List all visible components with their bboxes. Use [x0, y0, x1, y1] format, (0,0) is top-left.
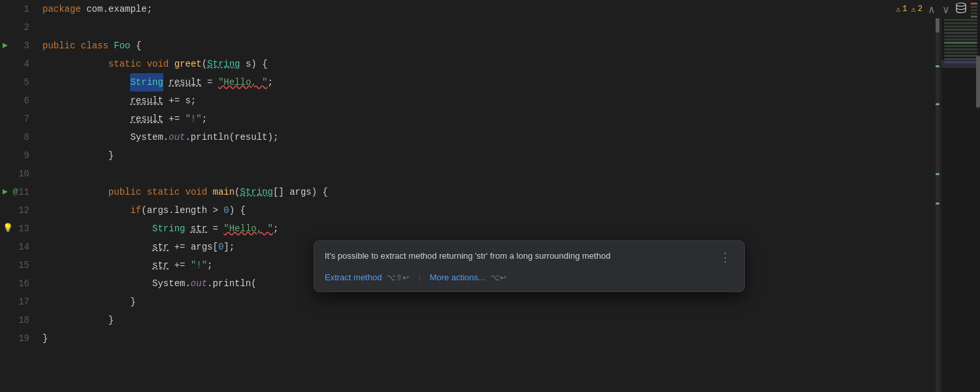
- line-num-12: 12: [0, 201, 36, 220]
- top-right-toolbar: ⚠ 1 ⚠ 2 ∧ ∨: [892, 0, 971, 18]
- code-line-13: String str = "Hello, ";: [42, 220, 932, 238]
- minimap-line: [944, 39, 977, 41]
- scrollbar-track: [936, 0, 939, 392]
- scroll-marker-3: [936, 173, 939, 175]
- code-line-18: }: [42, 311, 932, 329]
- line-num-11: ▶ @ 11: [0, 183, 36, 201]
- code-line-5: String result = "Hello, ";: [42, 73, 932, 91]
- minimap-scrollbar[interactable]: [976, 56, 980, 108]
- intention-popup-header: It's possible to extract method returnin…: [314, 241, 744, 271]
- line-num-9: 9: [0, 146, 36, 165]
- code-line-19: }: [42, 329, 932, 348]
- intention-popup: It's possible to extract method returnin…: [314, 240, 745, 292]
- line-num-14: 14: [0, 238, 36, 256]
- minimap-line: [944, 25, 977, 27]
- code-line-4: static void greet(String s) {: [42, 55, 932, 73]
- warning-icon-2: ⚠: [911, 5, 916, 14]
- action-separator: |: [417, 273, 421, 282]
- extract-method-action[interactable]: Extract method: [325, 272, 382, 282]
- extract-method-shortcut: ⌥⇧↩: [387, 273, 409, 282]
- minimap-line: [944, 19, 977, 21]
- line-num-10: 10: [0, 165, 36, 183]
- intention-message: It's possible to extract method returnin…: [325, 250, 711, 262]
- warning-count-2: 2: [918, 5, 923, 14]
- minimap-line: [944, 42, 977, 44]
- line-numbers: 1 2 ▶ 3 4 5 6 7 8: [0, 0, 36, 392]
- scrollbar[interactable]: [932, 0, 941, 392]
- code-line-11: public static void main(String[] args) {: [42, 183, 932, 201]
- bulb-icon[interactable]: 💡: [3, 220, 13, 238]
- code-area: 1 2 ▶ 3 4 5 6 7 8: [0, 0, 980, 392]
- warning-badge-1[interactable]: ⚠ 1: [896, 5, 907, 14]
- minimap-line: [944, 35, 977, 37]
- code-line-9: }: [42, 146, 932, 165]
- code-line-6: result += s;: [42, 91, 932, 110]
- svg-point-0: [956, 3, 966, 6]
- minimap-highlight: [941, 60, 980, 68]
- line-num-6: 6: [0, 91, 36, 110]
- minimap-line: [944, 45, 977, 47]
- line-num-5: 5: [0, 73, 36, 91]
- code-line-7: result += "!";: [42, 110, 932, 128]
- intention-more-button[interactable]: ⋮: [717, 250, 734, 265]
- line-num-15: 15: [0, 256, 36, 274]
- line-num-16: 16: [0, 274, 36, 293]
- run-icon[interactable]: ▶: [3, 37, 8, 55]
- minimap-line: [944, 32, 977, 34]
- code-line-17: }: [42, 293, 932, 311]
- line-num-17: 17: [0, 293, 36, 311]
- nav-up-button[interactable]: ∧: [926, 3, 937, 16]
- line-num-3: ▶ 3: [0, 37, 36, 55]
- code-line-2: [42, 18, 932, 37]
- code-content[interactable]: package com.example; public class Foo { …: [36, 0, 932, 392]
- code-line-3: public class Foo {: [42, 37, 932, 55]
- warning-icon-1: ⚠: [896, 5, 900, 14]
- minimap-line: [944, 52, 977, 54]
- line-num-7: 7: [0, 110, 36, 128]
- run-at-icon[interactable]: ▶ @: [3, 183, 18, 201]
- line-num-2: 2: [0, 18, 36, 37]
- code-line-12: if(args.length > 0) {: [42, 201, 932, 220]
- warning-count-1: 1: [902, 5, 907, 14]
- editor-container: 1 2 ▶ 3 4 5 6 7 8: [0, 0, 980, 392]
- database-icon-button[interactable]: [955, 2, 967, 17]
- more-actions-shortcut: ⌥↩: [491, 273, 506, 282]
- line-num-13: 💡 13: [0, 220, 36, 238]
- nav-down-button[interactable]: ∨: [941, 3, 951, 16]
- minimap-line: [944, 29, 977, 31]
- minimap: [941, 0, 980, 392]
- code-line-8: System.out.println(result);: [42, 128, 932, 146]
- line-num-8: 8: [0, 128, 36, 146]
- scroll-marker-4: [936, 203, 939, 204]
- line-num-1: 1: [0, 0, 36, 18]
- more-actions-link[interactable]: More actions...: [430, 272, 485, 282]
- scroll-marker-2: [936, 103, 939, 105]
- warning-badge-2[interactable]: ⚠ 2: [911, 5, 923, 14]
- scroll-marker-1: [936, 65, 939, 67]
- line-num-18: 18: [0, 311, 36, 329]
- minimap-line: [944, 22, 977, 24]
- code-line-1: package com.example;: [42, 0, 932, 18]
- intention-popup-actions: Extract method ⌥⇧↩ | More actions... ⌥↩: [314, 271, 744, 291]
- minimap-line: [944, 48, 977, 50]
- code-line-10: [42, 165, 932, 183]
- line-num-19: 19: [0, 329, 36, 348]
- minimap-line: [944, 55, 977, 57]
- line-num-4: 4: [0, 55, 36, 73]
